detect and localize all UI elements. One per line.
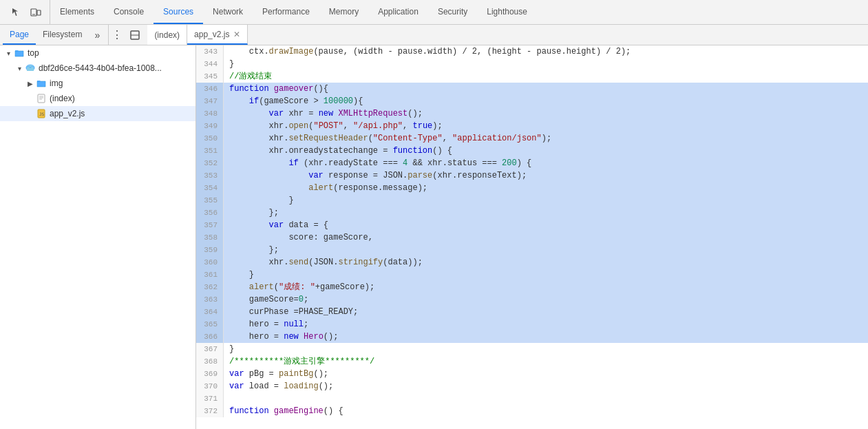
tab-page[interactable]: Page [3,25,36,45]
tab-filesystem[interactable]: Filesystem [36,25,89,45]
open-file-tab-index[interactable]: (index) [147,25,187,45]
code-line-353: 353 var response = JSON.parse(xhr.respon… [196,169,868,182]
folder-closed-icon [14,48,25,59]
tab-application[interactable]: Application [368,0,428,24]
code-line-368: 368 /**********游戏主引擎*********/ [196,355,868,368]
code-line-349: 349 xhr.open("POST", "/api.php", true); [196,120,868,132]
code-line-366: 366 hero = new Hero(); [196,331,868,343]
sync-icon [125,25,145,45]
code-line-348: 348 var xhr = new XMLHttpRequest(); [196,107,868,120]
tree-label-top: top [28,48,39,58]
main-container: ▾ top ▾ dbf2d6ce-5443-4b04-bfea-1008. [0,45,868,429]
code-line-360: 360 xhr.send(JSON.stringify(data)); [196,256,868,269]
svg-text:JS: JS [39,112,45,116]
folder-img-icon [36,78,47,89]
open-file-tab-app-v2[interactable]: app_v2.js ✕ [187,25,248,45]
tab-elements[interactable]: Elements [50,0,104,24]
tree-item-index[interactable]: (index) [0,91,195,106]
code-line-365: 365 hero = null; [196,318,868,331]
tree-label-img: img [50,79,63,88]
code-line-361: 361 } [196,269,868,281]
close-file-tab-button[interactable]: ✕ [233,30,240,39]
tree-toggle-img[interactable]: ▶ [25,78,36,89]
tab-performance[interactable]: Performance [253,0,319,24]
tree-label-cloud-folder: dbf2d6ce-5443-4b04-bfea-1008... [39,63,162,73]
code-line-358: 358 score: gameScore, [196,231,868,244]
code-line-363: 363 gameScore=0; [196,293,868,306]
inspect-element-button[interactable] [8,4,25,21]
code-line-370: 370 var load = loading(); [196,380,868,393]
tree-no-toggle-app-v2 [25,108,36,119]
tree-toggle-top[interactable]: ▾ [3,48,14,59]
code-line-344: 344 } [196,58,868,70]
file-tree-sidebar: ▾ top ▾ dbf2d6ce-5443-4b04-bfea-1008. [0,45,196,429]
tree-toggle-cloud[interactable]: ▾ [14,63,25,74]
code-editor[interactable]: 343 ctx.drawImage(pause, (width - pause.… [196,45,868,429]
tab-network[interactable]: Network [203,0,253,24]
code-line-343: 343 ctx.drawImage(pause, (width - pause.… [196,45,868,58]
devtools-tab-list: Elements Console Sources Network Perform… [50,0,865,24]
devtools-toolbar: Elements Console Sources Network Perform… [0,0,868,25]
toolbar-icon-group [3,0,50,24]
open-file-tabs: (index) app_v2.js ✕ [145,25,868,45]
tab-security[interactable]: Security [428,0,477,24]
tree-item-cloud-folder[interactable]: ▾ dbf2d6ce-5443-4b04-bfea-1008... [0,61,195,76]
code-line-372: 372 function gameEngine() { [196,405,868,417]
code-line-369: 369 var pBg = paintBg(); [196,368,868,380]
html-file-icon [36,93,47,104]
code-line-347: 347 if(gameScore > 100000){ [196,95,868,107]
tree-item-app-v2[interactable]: JS app_v2.js [0,106,195,121]
code-line-352: 352 if (xhr.readyState === 4 && xhr.stat… [196,157,868,169]
svg-rect-9 [38,94,45,103]
tab-console[interactable]: Console [104,0,154,24]
file-tabs-bar: Page Filesystem » ⋮ (index) app_v2.js ✕ [0,25,868,45]
code-line-362: 362 alert("成绩: "+gameScore); [196,281,868,293]
more-tabs-button[interactable]: » [89,25,105,45]
tree-label-index: (index) [50,94,75,103]
code-line-371: 371 [196,393,868,405]
tree-item-top[interactable]: ▾ top [0,45,195,61]
code-lines: 343 ctx.drawImage(pause, (width - pause.… [196,45,868,417]
svg-rect-8 [27,68,34,71]
code-line-359: 359 }; [196,244,868,256]
tree-item-img[interactable]: ▶ img [0,76,195,91]
tree-no-toggle-index [25,93,36,104]
code-line-350: 350 xhr.setRequestHeader("Content-Type",… [196,132,868,145]
tab-lighthouse[interactable]: Lighthouse [477,0,537,24]
code-line-367: 367 } [196,343,868,355]
cloud-folder-icon [25,63,36,74]
svg-rect-1 [37,10,41,15]
code-line-354: 354 alert(response.message); [196,182,868,194]
code-line-345: 345 //游戏结束 [196,70,868,83]
tab-memory[interactable]: Memory [319,0,368,24]
code-line-364: 364 curPhase =PHASE_READY; [196,306,868,318]
three-dots-button[interactable]: ⋮ [109,25,125,45]
code-line-346: 346 function gameover(){ [196,83,868,95]
open-file-tab-app-v2-label: app_v2.js [194,30,229,39]
tree-label-app-v2: app_v2.js [50,109,85,118]
js-file-icon: JS [36,108,47,119]
source-page-tabs: Page Filesystem » [0,25,109,45]
code-line-351: 351 xhr.onreadystatechange = function() … [196,145,868,157]
code-line-356: 356 }; [196,207,868,219]
code-line-357: 357 var data = { [196,219,868,231]
tab-sources[interactable]: Sources [154,0,203,24]
code-line-355: 355 } [196,194,868,207]
device-toolbar-button[interactable] [28,4,44,21]
open-file-tab-index-label: (index) [154,30,180,40]
